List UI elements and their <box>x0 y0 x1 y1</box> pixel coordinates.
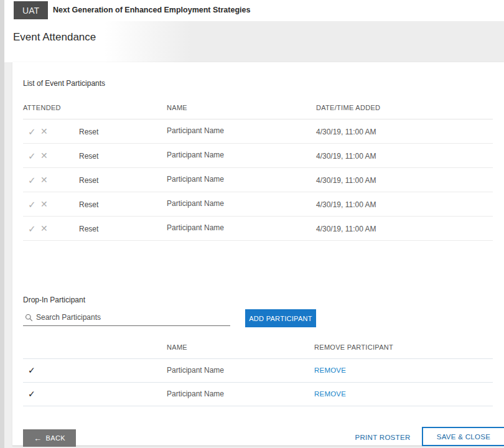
attended-no-icon[interactable]: ✕ <box>40 224 48 233</box>
dropin-section-title: Drop-In Participant <box>23 296 85 304</box>
participant-row: ✓ ✕ Reset Participant Name 4/30/19, 11:0… <box>23 119 493 144</box>
participant-name: Participant Name <box>167 175 224 184</box>
participant-datetime: 4/30/19, 11:00 AM <box>316 176 376 185</box>
attended-no-icon[interactable]: ✕ <box>40 151 48 160</box>
back-arrow-icon: ← <box>34 434 42 442</box>
app-title: Next Generation of Enhanced Employment S… <box>53 6 250 14</box>
participant-datetime: 4/30/19, 11:00 AM <box>316 225 376 233</box>
event-attendance-card: List of Event Participants ATTENDED NAME… <box>12 62 504 446</box>
back-button[interactable]: ← BACK <box>23 429 76 447</box>
attended-yes-icon[interactable]: ✓ <box>28 175 36 185</box>
participant-row: ✓ ✕ Reset Participant Name 4/30/19, 11:0… <box>23 168 493 192</box>
attended-yes-icon[interactable]: ✓ <box>28 151 36 161</box>
reset-link[interactable]: Reset <box>79 225 98 233</box>
screen: UAT Next Generation of Enhanced Employme… <box>0 0 504 448</box>
participant-row: ✓ ✕ Reset Participant Name 4/30/19, 11:0… <box>23 217 493 241</box>
attended-yes-icon[interactable]: ✓ <box>28 200 36 209</box>
participant-row: ✓ ✕ Reset Participant Name 4/30/19, 11:0… <box>23 144 493 168</box>
print-roster-button[interactable]: PRINT ROSTER <box>348 434 417 441</box>
attended-no-icon[interactable]: ✕ <box>40 200 48 208</box>
dropin-participant-row: ✓ Participant Name REMOVE <box>23 383 493 406</box>
participant-datetime: 4/30/19, 11:00 AM <box>316 152 376 161</box>
remove-link[interactable]: REMOVE <box>314 366 346 374</box>
dropin-table-header: NAME REMOVE PARTICIPANT <box>23 336 493 359</box>
participant-row: ✓ ✕ Reset Participant Name 4/30/19, 11:0… <box>23 192 493 217</box>
participant-name: Participant Name <box>167 151 224 159</box>
attended-check-icon: ✓ <box>28 366 35 375</box>
column-header-datetime: DATE/TIME ADDED <box>316 104 380 111</box>
attended-no-icon[interactable]: ✕ <box>40 127 48 136</box>
search-participants-input[interactable] <box>36 311 223 324</box>
participant-name: Participant Name <box>167 126 224 135</box>
participants-table: ATTENDED NAME DATE/TIME ADDED ✓ ✕ Reset … <box>23 96 493 241</box>
attended-no-icon[interactable]: ✕ <box>40 175 48 184</box>
column-header-name: NAME <box>167 343 187 351</box>
column-header-name: NAME <box>167 104 187 111</box>
attended-check-icon: ✓ <box>28 390 35 398</box>
participant-name: Participant Name <box>167 199 224 208</box>
save-and-close-button[interactable]: SAVE & CLOSE <box>422 427 504 446</box>
page-title: Event Attendance <box>13 31 96 44</box>
viewport-left-strip <box>0 0 4 448</box>
participants-list-title: List of Event Participants <box>23 79 105 88</box>
participant-name: Participant Name <box>167 366 224 375</box>
dropin-table: NAME REMOVE PARTICIPANT ✓ Participant Na… <box>23 336 493 406</box>
column-header-attended: ATTENDED <box>23 104 61 111</box>
participant-datetime: 4/30/19, 11:00 AM <box>316 200 376 209</box>
participant-name: Participant Name <box>167 390 224 398</box>
environment-badge-label: UAT <box>22 6 39 16</box>
search-icon <box>25 314 33 322</box>
reset-link[interactable]: Reset <box>79 152 98 161</box>
participant-search-field <box>23 309 230 326</box>
participant-name: Participant Name <box>167 223 224 232</box>
participants-table-header: ATTENDED NAME DATE/TIME ADDED <box>23 96 493 119</box>
participant-datetime: 4/30/19, 11:00 AM <box>316 128 376 136</box>
add-participant-button[interactable]: ADD PARTICIPANT <box>245 309 316 327</box>
reset-link[interactable]: Reset <box>79 128 98 136</box>
dropin-participant-row: ✓ Participant Name REMOVE <box>23 359 493 383</box>
attended-yes-icon[interactable]: ✓ <box>28 127 36 136</box>
column-header-remove-participant: REMOVE PARTICIPANT <box>314 343 393 351</box>
reset-link[interactable]: Reset <box>79 200 98 209</box>
environment-badge: UAT <box>14 1 48 19</box>
remove-link[interactable]: REMOVE <box>314 390 346 398</box>
attended-yes-icon[interactable]: ✓ <box>28 224 36 233</box>
back-button-label: BACK <box>45 434 65 442</box>
reset-link[interactable]: Reset <box>79 176 98 185</box>
